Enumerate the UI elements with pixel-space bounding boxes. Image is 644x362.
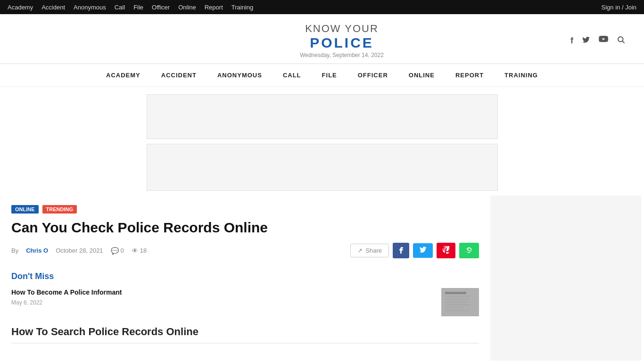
by-label: By: [11, 247, 18, 254]
dont-miss-article-date: May 6, 2022: [11, 299, 436, 306]
comment-count: 💬 0: [111, 247, 124, 255]
comment-number: 0: [121, 247, 124, 254]
main-nav: ACADEMY ACCIDENT ANONYMOUS CALL FILE OFF…: [0, 64, 644, 87]
dont-miss-title: Don't Miss: [11, 272, 479, 281]
nav-file[interactable]: FILE: [312, 64, 347, 86]
svg-rect-5: [445, 298, 470, 300]
share-label[interactable]: ↗ Share: [350, 244, 389, 257]
svg-rect-7: [445, 304, 471, 305]
content-wrapper: ONLINE TRENDING Can You Check Police Rec…: [0, 196, 644, 361]
topnav-accident[interactable]: Accident: [41, 4, 65, 11]
nav-officer[interactable]: OFFICER: [347, 64, 398, 86]
list-item: How To Become A Police Informant May 6, …: [11, 288, 479, 316]
tag-row: ONLINE TRENDING: [11, 205, 479, 214]
search-icon[interactable]: [617, 35, 625, 46]
article-section-title: How To Search Police Records Online: [11, 326, 479, 338]
svg-rect-3: [445, 292, 466, 294]
svg-rect-9: [445, 310, 469, 311]
svg-point-0: [618, 37, 623, 42]
comment-icon: 💬: [111, 247, 119, 255]
top-bar: Academy Accident Anonymous Call File Off…: [0, 0, 644, 14]
tag-online[interactable]: ONLINE: [11, 205, 39, 214]
article-title: Can You Check Police Records Online: [11, 219, 479, 236]
svg-rect-6: [445, 301, 468, 303]
ad-section: [0, 90, 644, 196]
topnav-report[interactable]: Report: [205, 4, 223, 11]
article-author[interactable]: Chris O: [26, 247, 48, 254]
dont-miss-article-title[interactable]: How To Become A Police Informant: [11, 288, 436, 297]
svg-rect-4: [445, 296, 471, 297]
view-count: 👁 18: [132, 247, 147, 255]
share-bar: ↗ Share: [350, 243, 479, 258]
top-bar-nav: Academy Accident Anonymous Call File Off…: [8, 4, 253, 11]
ad-banner-bottom: [147, 144, 498, 191]
site-header: KNOW YOUR POLICE Wednesday, September 14…: [0, 14, 644, 64]
dont-miss-thumbnail: [441, 288, 479, 316]
share-icon: ↗: [357, 247, 363, 254]
dont-miss-text: How To Become A Police Informant May 6, …: [11, 288, 436, 306]
article-meta: By Chris O October 28, 2021 💬 0 👁 18 ↗ S…: [11, 243, 479, 258]
logo-police-text: POLICE: [300, 35, 384, 51]
ad-banner-top: [147, 94, 498, 139]
topnav-officer[interactable]: Officer: [152, 4, 170, 11]
share-text: Share: [365, 247, 382, 254]
article-date: October 28, 2021: [56, 247, 103, 254]
site-date: Wednesday, September 14, 2022: [300, 52, 384, 58]
share-whatsapp-button[interactable]: [459, 243, 479, 258]
dont-miss-section: Don't Miss How To Become A Police Inform…: [11, 267, 479, 316]
svg-line-1: [622, 41, 624, 43]
top-bar-right: Sign in / Join: [602, 3, 636, 11]
article-body: How To Search Police Records Online: [11, 326, 479, 344]
facebook-icon[interactable]: f: [570, 36, 573, 46]
view-number: 18: [140, 247, 147, 254]
topnav-online[interactable]: Online: [178, 4, 196, 11]
svg-rect-8: [445, 307, 464, 308]
topnav-call[interactable]: Call: [115, 4, 125, 11]
nav-online[interactable]: ONLINE: [398, 64, 445, 86]
nav-report[interactable]: REPORT: [445, 64, 494, 86]
topnav-file[interactable]: File: [133, 4, 143, 11]
sidebar: [490, 196, 641, 361]
nav-academy[interactable]: ACADEMY: [96, 64, 151, 86]
article-divider: [11, 343, 479, 344]
share-pinterest-button[interactable]: [437, 243, 455, 258]
topnav-training[interactable]: Training: [231, 4, 253, 11]
tag-trending[interactable]: TRENDING: [42, 205, 77, 214]
nav-training[interactable]: TRAINING: [494, 64, 548, 86]
eye-icon: 👁: [132, 247, 138, 255]
share-twitter-button[interactable]: [413, 243, 433, 258]
twitter-icon[interactable]: [582, 35, 590, 46]
site-logo[interactable]: KNOW YOUR POLICE Wednesday, September 14…: [300, 23, 384, 58]
topnav-anonymous[interactable]: Anonymous: [74, 4, 106, 11]
share-facebook-button[interactable]: [393, 243, 409, 258]
topnav-academy[interactable]: Academy: [8, 4, 33, 11]
nav-call[interactable]: CALL: [272, 64, 312, 86]
nav-accident[interactable]: ACCIDENT: [151, 64, 207, 86]
logo-know-text: KNOW YOUR: [300, 23, 384, 35]
nav-anonymous[interactable]: ANONYMOUS: [207, 64, 272, 86]
youtube-icon[interactable]: [599, 36, 608, 45]
header-social-icons: f: [570, 35, 625, 46]
signin-link[interactable]: Sign in / Join: [602, 4, 636, 11]
main-content: ONLINE TRENDING Can You Check Police Rec…: [0, 196, 490, 361]
